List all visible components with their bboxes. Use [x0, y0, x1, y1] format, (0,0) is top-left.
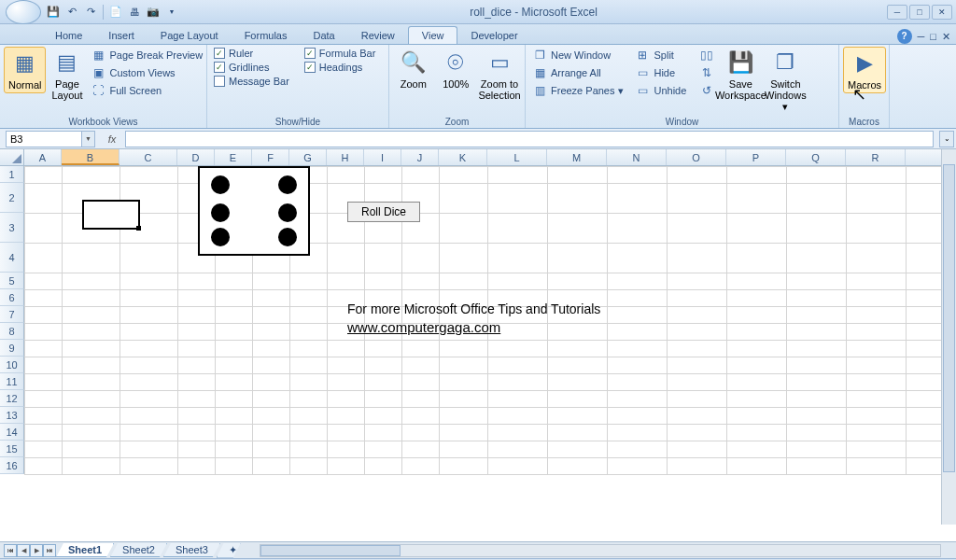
tab-review[interactable]: Review — [348, 27, 408, 44]
dice-shape[interactable] — [198, 166, 310, 256]
roll-dice-button[interactable]: Roll Dice — [347, 202, 420, 222]
vertical-scrollbar[interactable] — [941, 149, 956, 525]
save-icon[interactable]: 💾 — [45, 4, 62, 21]
sheet-nav-next[interactable]: ▶ — [30, 544, 43, 557]
normal-view-button[interactable]: ▦ Normal — [4, 47, 46, 93]
camera-icon[interactable]: 📷 — [145, 4, 162, 21]
column-header-R[interactable]: R — [846, 149, 906, 165]
gridlines-checkbox[interactable]: ✓Gridlines — [211, 61, 292, 74]
formula-bar-expand[interactable]: ⌄ — [939, 131, 954, 147]
zoom-100-button[interactable]: ⦾100% — [436, 47, 477, 91]
row-header-13[interactable]: 13 — [0, 407, 24, 424]
sheet-tab-3[interactable]: Sheet3 — [163, 543, 220, 557]
qat-dropdown-icon[interactable]: ▼ — [163, 4, 180, 21]
full-screen-button[interactable]: ⛶Full Screen — [88, 82, 205, 99]
column-header-I[interactable]: I — [364, 149, 401, 165]
selected-cell[interactable] — [82, 200, 140, 230]
tab-page-layout[interactable]: Page Layout — [148, 27, 232, 44]
sheet-nav-prev[interactable]: ◀ — [17, 544, 30, 557]
macros-button[interactable]: ▶Macros — [843, 47, 886, 93]
zoom-selection-button[interactable]: ▭Zoom to Selection — [478, 47, 521, 103]
view-side-by-side-button[interactable]: ▯▯ — [696, 47, 717, 63]
page-break-preview-button[interactable]: ▦Page Break Preview — [88, 47, 205, 63]
sheet-nav-last[interactable]: ⏭ — [43, 544, 56, 557]
arrange-all-button[interactable]: ▦Arrange All — [529, 64, 626, 81]
row-header-1[interactable]: 1 — [0, 166, 24, 183]
headings-checkbox[interactable]: ✓Headings — [302, 61, 379, 74]
tab-developer[interactable]: Developer — [457, 27, 530, 44]
tab-insert[interactable]: Insert — [95, 27, 148, 44]
hide-button[interactable]: ▭Hide — [632, 64, 689, 81]
unhide-button[interactable]: ▭Unhide — [632, 82, 689, 99]
row-header-16[interactable]: 16 — [0, 457, 24, 474]
column-header-E[interactable]: E — [215, 149, 252, 165]
column-header-M[interactable]: M — [547, 149, 607, 165]
split-button[interactable]: ⊞Split — [632, 47, 689, 63]
name-box[interactable]: B3 — [6, 131, 82, 147]
row-header-4[interactable]: 4 — [0, 243, 24, 273]
row-header-3[interactable]: 3 — [0, 213, 24, 243]
undo-icon[interactable]: ↶ — [63, 4, 80, 21]
horizontal-scrollbar[interactable] — [260, 544, 941, 557]
tab-formulas[interactable]: Formulas — [232, 27, 301, 44]
save-workspace-button[interactable]: 💾Save Workspace — [719, 47, 762, 103]
worksheet-grid[interactable]: ABCDEFGHIJKLMNOPQR 123456789101112131415… — [0, 149, 956, 541]
new-icon[interactable]: 📄 — [107, 4, 124, 21]
column-header-K[interactable]: K — [439, 149, 487, 165]
hyperlink[interactable]: www.computergaga.com — [347, 319, 500, 335]
fill-handle[interactable] — [136, 226, 141, 231]
column-header-B[interactable]: B — [62, 149, 120, 165]
row-header-6[interactable]: 6 — [0, 289, 24, 306]
row-header-12[interactable]: 12 — [0, 390, 24, 407]
switch-windows-button[interactable]: ❐Switch Windows ▾ — [764, 47, 807, 114]
close-button[interactable]: ✕ — [932, 5, 952, 20]
doc-restore-icon[interactable]: □ — [930, 31, 936, 42]
message-bar-checkbox[interactable]: Message Bar — [211, 75, 292, 88]
doc-minimize-icon[interactable]: ─ — [918, 31, 925, 42]
row-header-7[interactable]: 7 — [0, 306, 24, 323]
page-layout-button[interactable]: ▤ Page Layout — [48, 47, 86, 103]
tab-home[interactable]: Home — [42, 27, 95, 44]
maximize-button[interactable]: □ — [909, 5, 930, 20]
name-box-dropdown[interactable]: ▼ — [82, 131, 95, 147]
tab-data[interactable]: Data — [300, 27, 347, 44]
column-header-N[interactable]: N — [607, 149, 667, 165]
formula-bar[interactable] — [125, 131, 934, 147]
column-header-C[interactable]: C — [120, 149, 177, 165]
custom-views-button[interactable]: ▣Custom Views — [88, 64, 205, 81]
row-header-9[interactable]: 9 — [0, 340, 24, 357]
sheet-nav-first[interactable]: ⏮ — [4, 544, 17, 557]
office-button[interactable] — [6, 0, 41, 24]
doc-close-icon[interactable]: ✕ — [942, 31, 950, 43]
freeze-panes-button[interactable]: ▥Freeze Panes ▾ — [529, 82, 626, 99]
column-header-A[interactable]: A — [24, 149, 62, 165]
tab-view[interactable]: View — [408, 26, 458, 44]
column-header-H[interactable]: H — [327, 149, 364, 165]
column-header-G[interactable]: G — [289, 149, 327, 165]
formula-bar-checkbox[interactable]: ✓Formula Bar — [302, 47, 379, 60]
ruler-checkbox[interactable]: ✓Ruler — [211, 47, 292, 60]
row-header-10[interactable]: 10 — [0, 357, 24, 373]
column-header-Q[interactable]: Q — [786, 149, 846, 165]
row-header-8[interactable]: 8 — [0, 323, 24, 340]
row-header-2[interactable]: 2 — [0, 183, 24, 213]
print-icon[interactable]: 🖶 — [126, 4, 143, 21]
column-header-J[interactable]: J — [401, 149, 439, 165]
new-window-button[interactable]: ❐New Window — [529, 47, 626, 63]
minimize-button[interactable]: ─ — [887, 5, 907, 20]
fx-button[interactable]: fx — [101, 131, 123, 147]
help-icon[interactable]: ? — [897, 29, 912, 44]
row-header-11[interactable]: 11 — [0, 373, 24, 390]
column-header-D[interactable]: D — [177, 149, 215, 165]
sheet-tab-2[interactable]: Sheet2 — [110, 543, 167, 557]
select-all-corner[interactable] — [0, 149, 24, 165]
column-header-L[interactable]: L — [487, 149, 547, 165]
sheet-tab-1[interactable]: Sheet1 — [56, 543, 114, 557]
column-header-P[interactable]: P — [726, 149, 786, 165]
row-header-5[interactable]: 5 — [0, 273, 24, 289]
column-header-O[interactable]: O — [667, 149, 726, 165]
redo-icon[interactable]: ↷ — [82, 4, 99, 21]
row-header-15[interactable]: 15 — [0, 441, 24, 457]
zoom-button[interactable]: 🔍Zoom — [393, 47, 434, 91]
column-header-F[interactable]: F — [252, 149, 289, 165]
